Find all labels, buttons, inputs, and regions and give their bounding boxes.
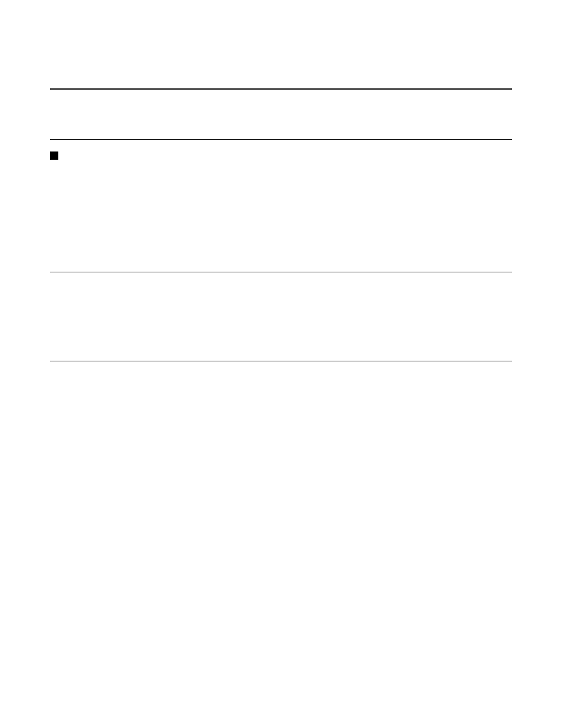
horizontal-rule-4 xyxy=(50,361,512,361)
spacer xyxy=(50,90,512,139)
horizontal-rule-2 xyxy=(50,139,512,140)
bullet-row xyxy=(50,150,512,160)
spacer xyxy=(50,272,512,361)
document-page xyxy=(0,0,562,361)
spacer xyxy=(50,160,512,272)
square-bullet-icon xyxy=(50,151,58,160)
